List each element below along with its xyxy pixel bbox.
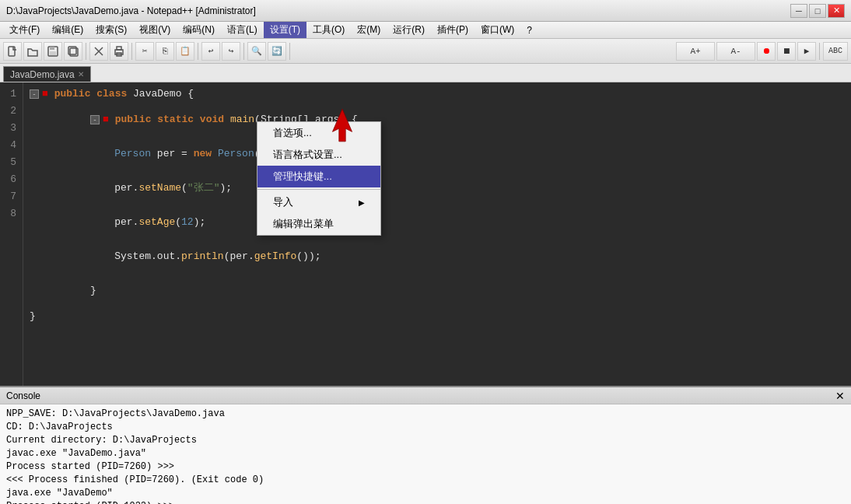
tb-save-button[interactable] xyxy=(44,42,62,61)
toolbar-separator-1 xyxy=(86,43,86,60)
code-line-4: per.setName("张二"); xyxy=(30,171,845,205)
console-title: Console xyxy=(6,390,40,401)
menu-item-tools[interactable]: 工具(O) xyxy=(306,22,351,38)
menubar: 文件(F) 编辑(E) 搜索(S) 视图(V) 编码(N) 语言(L) 设置(T… xyxy=(0,22,851,39)
tab-label: JavaDemo.java xyxy=(10,69,75,80)
dd-item-preferences[interactable]: 首选项... xyxy=(257,122,380,144)
tb-save-all-button[interactable] xyxy=(64,42,82,61)
line-num-5: 5 xyxy=(6,154,16,171)
console-line-6: <<< Process finished (PID=7260). (Exit c… xyxy=(6,474,845,487)
menu-item-help[interactable]: ? xyxy=(520,23,538,37)
svg-marker-11 xyxy=(333,109,352,142)
console-output: NPP_SAVE: D:\JavaProjects\JavaDemo.java … xyxy=(0,404,851,504)
tb-find-button[interactable]: 🔍 xyxy=(247,42,266,61)
svg-rect-2 xyxy=(50,47,54,50)
console-line-3: Current directory: D:\JavaProjects xyxy=(6,434,845,447)
line-num-1: 1 xyxy=(6,86,16,103)
svg-rect-3 xyxy=(50,51,56,55)
tb-play-button[interactable]: ▶ xyxy=(797,42,816,61)
code-line-6: System.out.println(per.getInfo()); xyxy=(30,240,845,274)
collapse-2[interactable]: - xyxy=(90,115,100,124)
menu-item-window[interactable]: 窗口(W) xyxy=(475,22,520,38)
titlebar: D:\JavaProjects\JavaDemo.java - Notepad+… xyxy=(0,0,851,22)
tb-cut-button[interactable]: ✂ xyxy=(135,42,154,61)
tb-zoom-in-button[interactable]: A+ xyxy=(676,42,715,61)
line-num-4: 4 xyxy=(6,137,16,154)
console-line-8: Process started (PID=1932) >>> xyxy=(6,500,845,504)
settings-dropdown-menu: 首选项... 语言格式设置... 管理快捷键... 导入 ▶ 编辑弹出菜单 xyxy=(257,121,381,236)
menu-item-view[interactable]: 视图(V) xyxy=(133,22,177,38)
code-line-3: Person per = new Person(); xyxy=(30,137,845,171)
menu-item-run[interactable]: 运行(R) xyxy=(387,22,431,38)
tabbar: JavaDemo.java ✕ xyxy=(0,64,851,82)
dd-item-edit-popup[interactable]: 编辑弹出菜单 xyxy=(257,213,380,235)
menu-item-encoding[interactable]: 编码(N) xyxy=(177,22,221,38)
arrow-pointer xyxy=(327,106,358,148)
toolbar-separator-2 xyxy=(131,43,132,60)
console-line-7: java.exe "JavaDemo" xyxy=(6,487,845,500)
console-line-2: CD: D:\JavaProjects xyxy=(6,421,845,434)
editor-area: 1 2 3 4 5 6 7 8 - ■ public class JavaDem… xyxy=(0,82,851,386)
console-panel: Console ✕ NPP_SAVE: D:\JavaProjects\Java… xyxy=(0,386,851,504)
toolbar-separator-4 xyxy=(243,43,244,60)
code-line-7: } xyxy=(30,274,845,308)
tb-redo-button[interactable]: ↪ xyxy=(222,42,240,61)
svg-rect-9 xyxy=(117,47,121,50)
dd-item-lang-format[interactable]: 语言格式设置... xyxy=(257,144,380,166)
code-line-1: - ■ public class JavaDemo { xyxy=(30,86,845,103)
tb-print-button[interactable] xyxy=(110,42,128,61)
submenu-arrow-icon: ▶ xyxy=(359,198,365,207)
menu-item-macro[interactable]: 宏(M) xyxy=(351,22,387,38)
tb-undo-button[interactable]: ↩ xyxy=(201,42,220,61)
title-text: D:\JavaProjects\JavaDemo.java - Notepad+… xyxy=(6,5,790,16)
tb-record-button[interactable]: ⏺ xyxy=(757,42,776,61)
tb-open-button[interactable] xyxy=(23,42,42,61)
window-controls: ─ □ ✕ xyxy=(790,4,845,18)
code-line-5: per.setAge(12); xyxy=(30,205,845,240)
menu-item-file[interactable]: 文件(F) xyxy=(3,22,46,38)
tab-javademo[interactable]: JavaDemo.java ✕ xyxy=(3,66,91,82)
tb-abc-button[interactable]: ABC xyxy=(823,42,848,61)
toolbar: ✂ ⎘ 📋 ↩ ↪ 🔍 🔄 A+ A- ⏺ ⏹ ▶ ABC xyxy=(0,39,851,64)
line-num-3: 3 xyxy=(6,120,16,137)
tb-copy-button[interactable]: ⎘ xyxy=(156,42,174,61)
dd-item-shortcuts[interactable]: 管理快捷键... xyxy=(257,166,380,187)
code-area[interactable]: - ■ public class JavaDemo { - ■ public s… xyxy=(23,82,851,386)
maximize-button[interactable]: □ xyxy=(809,4,826,18)
menu-item-edit[interactable]: 编辑(E) xyxy=(46,22,89,38)
menu-item-settings[interactable]: 设置(T) xyxy=(264,22,306,38)
tb-paste-button[interactable]: 📋 xyxy=(176,42,194,61)
code-line-2: - ■ public static void main(String[] arg… xyxy=(30,103,845,137)
tb-new-button[interactable] xyxy=(3,42,22,61)
console-line-5: Process started (PID=7260) >>> xyxy=(6,460,845,474)
console-close-icon[interactable]: ✕ xyxy=(835,390,845,402)
dd-item-import[interactable]: 导入 ▶ xyxy=(257,191,380,213)
code-line-8: } xyxy=(30,308,845,325)
minimize-button[interactable]: ─ xyxy=(790,4,807,18)
console-line-4: javac.exe "JavaDemo.java" xyxy=(6,447,845,460)
collapse-1[interactable]: - xyxy=(30,89,39,99)
line-numbers: 1 2 3 4 5 6 7 8 xyxy=(0,82,23,386)
tb-close-button[interactable] xyxy=(89,42,108,61)
toolbar-separator-5 xyxy=(289,43,290,60)
tb-find-replace-button[interactable]: 🔄 xyxy=(268,42,286,61)
dropdown-separator xyxy=(257,189,380,190)
tab-close-button[interactable]: ✕ xyxy=(78,70,84,79)
menu-item-plugins[interactable]: 插件(P) xyxy=(431,22,475,38)
menu-item-language[interactable]: 语言(L) xyxy=(221,22,264,38)
line-num-7: 7 xyxy=(6,188,16,205)
line-num-2: 2 xyxy=(6,103,16,120)
menu-item-search[interactable]: 搜索(S) xyxy=(89,22,133,38)
console-header: Console ✕ xyxy=(0,387,851,404)
line-num-6: 6 xyxy=(6,171,16,188)
tb-stop-button[interactable]: ⏹ xyxy=(777,42,796,61)
svg-rect-0 xyxy=(9,47,15,56)
tb-zoom-out-button[interactable]: A- xyxy=(716,42,755,61)
close-button[interactable]: ✕ xyxy=(828,4,845,18)
toolbar-separator-6 xyxy=(819,43,820,60)
toolbar-separator-3 xyxy=(198,43,198,60)
console-line-1: NPP_SAVE: D:\JavaProjects\JavaDemo.java xyxy=(6,408,845,421)
line-num-8: 8 xyxy=(6,205,16,222)
